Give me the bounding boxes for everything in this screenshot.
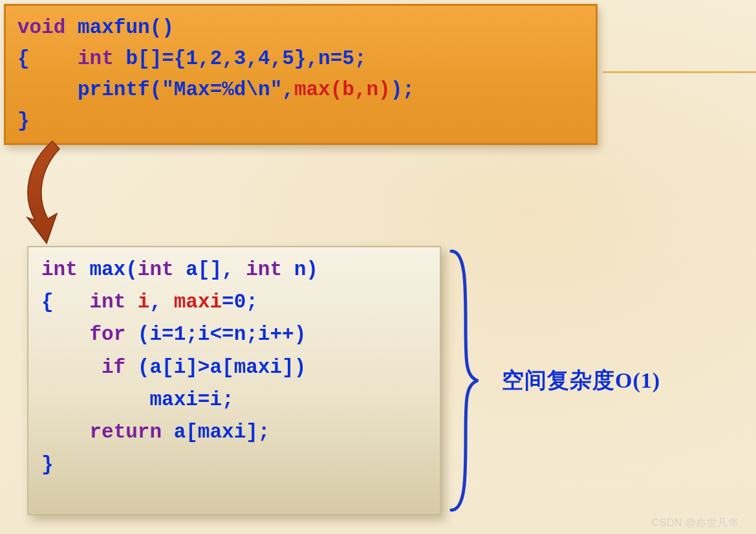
call-max: max(b,n): [294, 78, 391, 101]
code-line: { int i, maxi=0;: [41, 286, 428, 318]
code-line: { int b[]={1,2,3,4,5},n=5;: [17, 43, 584, 74]
horizontal-rule: [603, 71, 756, 73]
brace-icon: [446, 246, 479, 515]
code-box-max: int max(int a[], int n) { int i, maxi=0;…: [27, 246, 441, 515]
code-line: maxi=i;: [41, 384, 428, 416]
code-line: }: [41, 449, 428, 481]
annotation-complexity: 空间复杂度O(1): [502, 366, 660, 395]
watermark: CSDN @亦世凡华、: [651, 517, 750, 530]
code-line: void maxfun(): [17, 12, 584, 43]
fn-name: maxfun(): [65, 16, 173, 39]
code-line: for (i=1;i<=n;i++): [41, 318, 428, 351]
code-line: printf("Max=%d\n",max(b,n));: [17, 74, 584, 106]
code-line: int max(int a[], int n): [41, 254, 428, 286]
code-line: if (a[i]>a[maxi]): [41, 351, 428, 384]
code-line: }: [17, 106, 584, 137]
kw-void: void: [17, 16, 65, 39]
code-line: return a[maxi];: [41, 416, 428, 449]
slide: void maxfun() { int b[]={1,2,3,4,5},n=5;…: [0, 0, 756, 534]
code-box-maxfun: void maxfun() { int b[]={1,2,3,4,5},n=5;…: [4, 4, 598, 145]
kw-int: int: [78, 47, 114, 70]
arrow-icon: [17, 137, 94, 247]
